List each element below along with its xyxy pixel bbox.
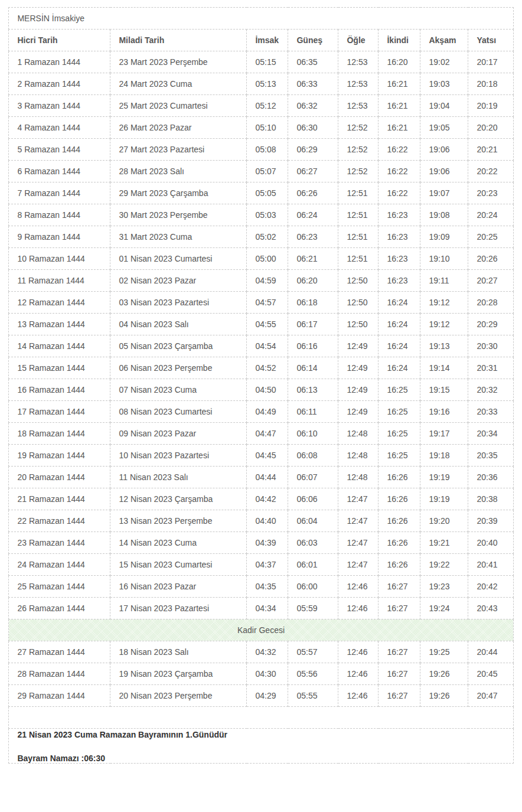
miladi-tarih-cell: 23 Mart 2023 Perşembe [110,51,247,73]
aksam-time-cell: 19:12 [420,314,468,335]
hicri-tarih-cell: 7 Ramazan 1444 [9,182,110,204]
aksam-time-cell: 19:23 [420,576,468,598]
hicri-tarih-cell: 12 Ramazan 1444 [9,292,110,314]
gunes-time-cell: 06:26 [288,182,338,204]
aksam-time-cell: 19:09 [420,226,468,248]
aksam-time-cell: 19:08 [420,204,468,226]
hicri-tarih-cell: 24 Ramazan 1444 [9,554,110,576]
aksam-time-cell: 19:19 [420,488,468,510]
yatsi-time-cell: 20:43 [468,598,513,619]
miladi-tarih-cell: 13 Nisan 2023 Perşembe [110,510,247,532]
imsak-time-cell: 04:55 [247,314,288,335]
aksam-time-cell: 19:22 [420,554,468,576]
gunes-time-cell: 06:20 [288,270,338,292]
imsak-time-cell: 04:50 [247,379,288,401]
yatsi-time-cell: 20:27 [468,270,513,292]
hicri-tarih-cell: 23 Ramazan 1444 [9,532,110,554]
ogle-time-cell: 12:46 [338,685,379,707]
footer-cell: 21 Nisan 2023 Cuma Ramazan Bayramının 1.… [9,729,513,764]
imsak-time-cell: 04:59 [247,270,288,292]
table-row: 1 Ramazan 1444 23 Mart 2023 Perşembe 05:… [9,51,513,73]
miladi-tarih-cell: 25 Mart 2023 Cumartesi [110,95,247,117]
imsak-time-cell: 04:30 [247,663,288,685]
ogle-time-cell: 12:46 [338,598,379,619]
imsakiye-page: MERSİN İmsakiye Hicri Tarih Miladi Tarih… [0,0,522,764]
ikindi-time-cell: 16:26 [379,532,420,554]
ogle-time-cell: 12:53 [338,51,379,73]
hicri-tarih-cell: 8 Ramazan 1444 [9,204,110,226]
hicri-tarih-cell: 4 Ramazan 1444 [9,117,110,139]
hicri-tarih-cell: 21 Ramazan 1444 [9,488,110,510]
table-row: 21 Ramazan 1444 12 Nisan 2023 Çarşamba 0… [9,488,513,510]
aksam-time-cell: 19:11 [420,270,468,292]
ikindi-time-cell: 16:27 [379,641,420,663]
gunes-time-cell: 06:00 [288,576,338,598]
imsak-time-cell: 05:12 [247,95,288,117]
hicri-tarih-cell: 17 Ramazan 1444 [9,401,110,423]
imsak-time-cell: 04:40 [247,510,288,532]
ogle-time-cell: 12:49 [338,379,379,401]
ikindi-time-cell: 16:23 [379,248,420,270]
bayram-prayer-time: Bayram Namazı :06:30 [17,754,504,763]
ogle-time-cell: 12:46 [338,663,379,685]
hicri-tarih-cell: 14 Ramazan 1444 [9,335,110,357]
column-header-imsak: İmsak [247,30,288,51]
bayram-day-note: 21 Nisan 2023 Cuma Ramazan Bayramının 1.… [17,730,504,739]
miladi-tarih-cell: 10 Nisan 2023 Pazartesi [110,445,247,467]
ogle-time-cell: 12:51 [338,182,379,204]
ogle-time-cell: 12:52 [338,139,379,161]
ikindi-time-cell: 16:23 [379,226,420,248]
table-row: 22 Ramazan 1444 13 Nisan 2023 Perşembe 0… [9,510,513,532]
imsak-time-cell: 04:45 [247,445,288,467]
imsak-time-cell: 04:34 [247,598,288,619]
ikindi-time-cell: 16:24 [379,335,420,357]
ogle-time-cell: 12:50 [338,270,379,292]
gunes-time-cell: 06:14 [288,357,338,379]
miladi-tarih-cell: 16 Nisan 2023 Pazar [110,576,247,598]
kadir-gecesi-row: Kadir Gecesi [9,619,513,641]
miladi-tarih-cell: 30 Mart 2023 Perşembe [110,204,247,226]
ikindi-time-cell: 16:25 [379,445,420,467]
imsak-time-cell: 05:05 [247,182,288,204]
yatsi-time-cell: 20:36 [468,467,513,488]
miladi-tarih-cell: 15 Nisan 2023 Cumartesi [110,554,247,576]
table-row: 10 Ramazan 1444 01 Nisan 2023 Cumartesi … [9,248,513,270]
miladi-tarih-cell: 28 Mart 2023 Salı [110,161,247,182]
ikindi-time-cell: 16:20 [379,51,420,73]
hicri-tarih-cell: 16 Ramazan 1444 [9,379,110,401]
aksam-time-cell: 19:12 [420,292,468,314]
gunes-time-cell: 05:57 [288,641,338,663]
gunes-time-cell: 06:18 [288,292,338,314]
yatsi-time-cell: 20:45 [468,663,513,685]
table-row: 18 Ramazan 1444 09 Nisan 2023 Pazar 04:4… [9,423,513,445]
gunes-time-cell: 06:03 [288,532,338,554]
table-row: 11 Ramazan 1444 02 Nisan 2023 Pazar 04:5… [9,270,513,292]
aksam-time-cell: 19:06 [420,161,468,182]
aksam-time-cell: 19:26 [420,663,468,685]
ikindi-time-cell: 16:27 [379,663,420,685]
table-row: 12 Ramazan 1444 03 Nisan 2023 Pazartesi … [9,292,513,314]
gunes-time-cell: 06:35 [288,51,338,73]
ogle-time-cell: 12:49 [338,357,379,379]
miladi-tarih-cell: 04 Nisan 2023 Salı [110,314,247,335]
table-row: 4 Ramazan 1444 26 Mart 2023 Pazar 05:10 … [9,117,513,139]
miladi-tarih-cell: 18 Nisan 2023 Salı [110,641,247,663]
imsak-time-cell: 04:52 [247,357,288,379]
hicri-tarih-cell: 27 Ramazan 1444 [9,641,110,663]
miladi-tarih-cell: 19 Nisan 2023 Çarşamba [110,663,247,685]
yatsi-time-cell: 20:17 [468,51,513,73]
ikindi-time-cell: 16:25 [379,423,420,445]
aksam-time-cell: 19:26 [420,685,468,707]
table-row: 3 Ramazan 1444 25 Mart 2023 Cumartesi 05… [9,95,513,117]
aksam-time-cell: 19:17 [420,423,468,445]
aksam-time-cell: 19:04 [420,95,468,117]
ogle-time-cell: 12:48 [338,423,379,445]
table-row: 20 Ramazan 1444 11 Nisan 2023 Salı 04:44… [9,467,513,488]
table-row: 14 Ramazan 1444 05 Nisan 2023 Çarşamba 0… [9,335,513,357]
gunes-time-cell: 05:55 [288,685,338,707]
yatsi-time-cell: 20:44 [468,641,513,663]
ikindi-time-cell: 16:23 [379,270,420,292]
footer-row: 21 Nisan 2023 Cuma Ramazan Bayramının 1.… [9,729,513,764]
hicri-tarih-cell: 26 Ramazan 1444 [9,598,110,619]
ogle-time-cell: 12:50 [338,292,379,314]
